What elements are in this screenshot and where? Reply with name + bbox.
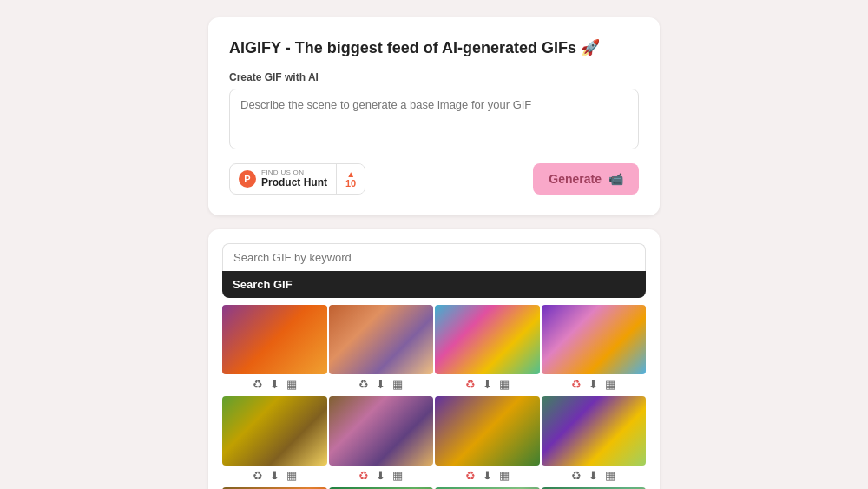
gif-actions: ♻ ⬇ ▦ [329,466,434,486]
create-gif-card: AIGIFY - The biggest feed of AI-generate… [208,17,660,215]
ph-name: Product Hunt [261,177,327,188]
gif-format-icon[interactable]: ▦ [605,469,615,482]
recycle-icon[interactable]: ♻ [358,378,369,391]
recycle-icon[interactable]: ♻ [253,469,263,482]
gif-format-icon[interactable]: ▦ [392,378,403,391]
recycle-icon[interactable]: ♻ [465,378,476,391]
gif-grid: ♻ ⬇ ▦ ♻ ⬇ ▦ ♻ ⬇ ▦ [222,305,646,489]
recycle-icon[interactable]: ♻ [253,378,263,391]
search-input[interactable] [222,243,646,271]
gif-format-icon[interactable]: ▦ [392,469,403,482]
download-icon[interactable]: ⬇ [376,469,385,482]
video-camera-icon: 📹 [608,172,623,186]
gif-thumbnail[interactable] [542,396,647,466]
download-icon[interactable]: ⬇ [483,378,492,391]
generate-button-label: Generate [549,172,602,186]
ph-text-block: FIND US ON Product Hunt [261,169,327,188]
ph-circle: P [239,170,256,188]
gif-thumbnail[interactable] [435,396,540,466]
gif-format-icon[interactable]: ▦ [605,378,615,391]
gif-item: ♻ ⬇ ▦ [222,396,327,486]
gif-item: ♻ ⬇ ▦ [435,305,540,394]
ph-logo-section: P FIND US ON Product Hunt [230,164,337,194]
search-card: Search GIF ♻ ⬇ ▦ ♻ ⬇ ▦ [208,229,660,489]
gif-thumbnail[interactable] [329,396,434,466]
gif-item: ♻ ⬇ ▦ [329,305,434,394]
gif-actions: ♻ ⬇ ▦ [435,466,540,486]
gif-actions: ♻ ⬇ ▦ [222,466,327,486]
gif-format-icon[interactable]: ▦ [286,469,297,482]
gif-thumbnail[interactable] [435,305,540,374]
app-title: AIGIFY - The biggest feed of AI-generate… [229,38,639,57]
gif-thumbnail[interactable] [222,305,327,374]
gif-item: ♻ ⬇ ▦ [542,396,647,486]
search-gif-button[interactable]: Search GIF [222,271,646,298]
gif-thumbnail[interactable] [329,305,434,374]
gif-item: ♻ ⬇ ▦ [222,305,327,394]
recycle-icon[interactable]: ♻ [358,469,369,482]
download-icon[interactable]: ⬇ [270,469,279,482]
gif-format-icon[interactable]: ▦ [286,378,297,391]
gif-actions: ♻ ⬇ ▦ [435,374,540,394]
gif-thumbnail[interactable] [542,305,647,374]
download-icon[interactable]: ⬇ [589,378,598,391]
download-icon[interactable]: ⬇ [483,469,492,482]
gif-format-icon[interactable]: ▦ [499,378,510,391]
generate-button[interactable]: Generate 📹 [533,163,639,195]
gif-thumbnail[interactable] [222,396,327,466]
gif-actions: ♻ ⬇ ▦ [542,466,647,486]
bottom-row: P FIND US ON Product Hunt ▲ 10 Generate … [229,163,639,195]
download-icon[interactable]: ⬇ [376,378,385,391]
scene-textarea[interactable] [229,89,639,149]
recycle-icon[interactable]: ♻ [571,378,582,391]
upvote-count: 10 [345,179,356,188]
ph-upvote-section[interactable]: ▲ 10 [337,164,365,194]
download-icon[interactable]: ⬇ [270,378,279,391]
product-hunt-badge[interactable]: P FIND US ON Product Hunt ▲ 10 [229,163,365,195]
gif-actions: ♻ ⬇ ▦ [329,374,434,394]
gif-actions: ♻ ⬇ ▦ [542,374,647,394]
gif-actions: ♻ ⬇ ▦ [222,374,327,394]
recycle-icon[interactable]: ♻ [465,469,476,482]
gif-item: ♻ ⬇ ▦ [329,396,434,486]
gif-item: ♻ ⬇ ▦ [542,305,647,394]
gif-format-icon[interactable]: ▦ [499,469,510,482]
create-gif-label: Create GIF with AI [229,71,639,83]
gif-item: ♻ ⬇ ▦ [435,396,540,486]
recycle-icon[interactable]: ♻ [571,469,582,482]
download-icon[interactable]: ⬇ [589,469,598,482]
